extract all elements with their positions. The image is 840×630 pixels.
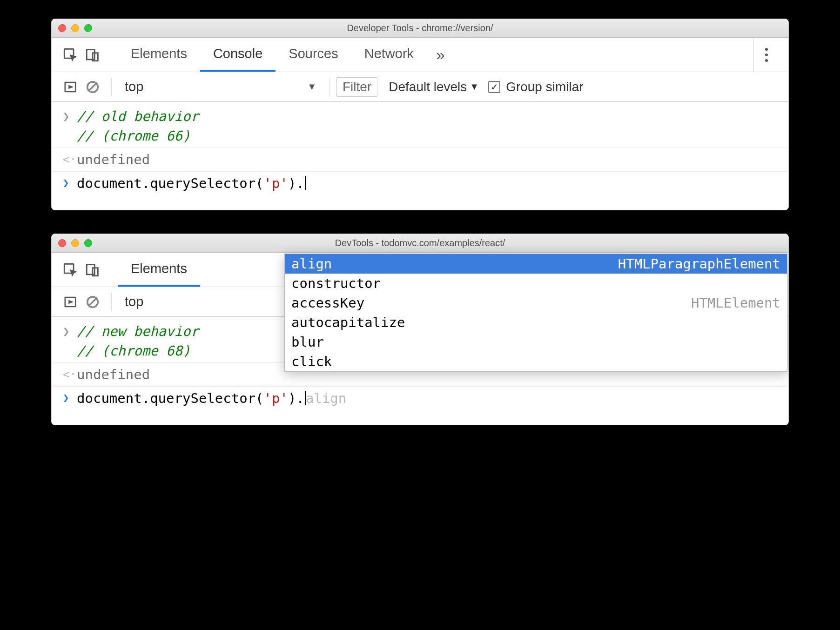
tab-elements[interactable]: Elements (118, 253, 200, 287)
console-toolbar: top ▼ Filter Default levels ▼ ✓ Group si… (52, 72, 788, 102)
panel-tabbar: Elements Console Sources Network » (52, 38, 788, 72)
text-cursor-icon (305, 176, 306, 190)
code-string: 'p' (264, 390, 288, 406)
tab-console[interactable]: Console (200, 38, 276, 72)
console-prompt-row: ❯ document.querySelector('p').align (52, 388, 788, 409)
tab-network[interactable]: Network (351, 38, 427, 72)
context-selector[interactable]: top ▼ (118, 79, 323, 94)
autocomplete-item[interactable]: autocapitalize (285, 313, 787, 332)
devtools-window-new: DevTools - todomvc.com/examples/react/ E… (51, 234, 789, 425)
levels-label: Default levels (389, 80, 467, 94)
console-sidebar-toggle-icon[interactable] (60, 292, 81, 312)
close-icon[interactable] (58, 24, 66, 32)
ac-label: blur (291, 334, 324, 350)
autocomplete-popup: align HTMLParagraphElement constructor a… (284, 254, 787, 372)
filter-input[interactable]: Filter (336, 77, 377, 97)
traffic-lights (58, 24, 92, 32)
input-chevron-icon: ❯ (63, 322, 77, 340)
ac-label: click (291, 354, 332, 369)
ac-hint (753, 334, 780, 350)
autocomplete-item[interactable]: blur (285, 332, 787, 352)
ac-hint: HTMLElement (663, 295, 780, 311)
console-prompt-input[interactable]: document.querySelector('p').align (77, 389, 781, 408)
context-label: top (125, 79, 143, 94)
clear-console-icon[interactable] (82, 292, 103, 312)
context-label: top (125, 294, 143, 309)
minimize-icon[interactable] (71, 24, 79, 32)
titlebar: Developer Tools - chrome://version/ (52, 19, 788, 38)
svg-line-11 (89, 298, 96, 305)
code-comment: // old behavior (77, 108, 199, 124)
ac-label: align (291, 256, 332, 272)
zoom-icon[interactable] (84, 239, 92, 247)
ac-label: autocapitalize (291, 315, 405, 330)
console-result: undefined (77, 150, 781, 169)
ac-hint: HTMLParagraphElement (590, 256, 780, 272)
group-similar-checkbox[interactable]: ✓ (488, 81, 500, 93)
prompt-chevron-icon: ❯ (63, 389, 77, 405)
svg-line-5 (89, 83, 96, 90)
context-selector[interactable]: top (118, 294, 211, 309)
code-comment: // new behavior (77, 323, 199, 339)
settings-menu-button[interactable] (753, 38, 779, 72)
console-prompt-row: ❯ document.querySelector('p'). (52, 173, 788, 194)
inspect-icon[interactable] (60, 45, 81, 65)
clear-console-icon[interactable] (82, 77, 103, 97)
console-input-row: ❯ // old behavior // (chrome 66) (52, 106, 788, 147)
ac-hint (753, 354, 780, 369)
output-chevron-icon: <· (63, 365, 77, 383)
autocomplete-item[interactable]: constructor (285, 274, 787, 293)
prompt-chevron-icon: ❯ (63, 174, 77, 190)
inline-suggestion: align (306, 390, 346, 406)
console-body: ❯ // old behavior // (chrome 66) <· unde… (52, 102, 788, 210)
code-comment: // (chrome 66) (77, 128, 190, 144)
console-code: // old behavior // (chrome 66) (77, 107, 781, 146)
svg-rect-7 (87, 264, 94, 274)
ac-label: constructor (291, 275, 381, 291)
code-text: ). (288, 390, 304, 406)
inspect-icon[interactable] (60, 260, 81, 280)
svg-rect-1 (87, 49, 94, 59)
kebab-icon (765, 48, 768, 62)
log-levels-selector[interactable]: Default levels ▼ (389, 80, 479, 94)
device-toggle-icon[interactable] (82, 260, 103, 280)
ac-hint (753, 315, 780, 330)
code-text: ). (288, 175, 304, 191)
panel-tabs: Elements Console Sources Network » (118, 38, 445, 72)
group-similar-label: Group similar (506, 80, 583, 94)
traffic-lights (58, 239, 92, 247)
window-title: DevTools - todomvc.com/examples/react/ (52, 238, 788, 248)
console-prompt-input[interactable]: document.querySelector('p'). (77, 174, 781, 193)
input-chevron-icon: ❯ (63, 107, 77, 125)
panel-tabs: Elements (118, 253, 200, 287)
device-toggle-icon[interactable] (82, 45, 103, 65)
titlebar: DevTools - todomvc.com/examples/react/ (52, 234, 788, 253)
code-text: document.querySelector( (77, 175, 264, 191)
console-output-row: <· undefined (52, 149, 788, 170)
window-title: Developer Tools - chrome://version/ (52, 23, 788, 34)
dropdown-icon: ▼ (470, 81, 479, 92)
tab-sources[interactable]: Sources (276, 38, 351, 72)
autocomplete-item[interactable]: align HTMLParagraphElement (285, 254, 787, 274)
tab-elements[interactable]: Elements (118, 38, 200, 72)
autocomplete-item[interactable]: click (285, 352, 787, 371)
devtools-window-old: Developer Tools - chrome://version/ Elem… (51, 19, 789, 210)
close-icon[interactable] (58, 239, 66, 247)
ac-label: accessKey (291, 295, 364, 311)
autocomplete-item[interactable]: accessKey HTMLElement (285, 293, 787, 313)
code-text: document.querySelector( (77, 390, 264, 406)
dropdown-icon: ▼ (307, 81, 316, 92)
minimize-icon[interactable] (71, 239, 79, 247)
output-chevron-icon: <· (63, 150, 77, 168)
console-sidebar-toggle-icon[interactable] (60, 77, 81, 97)
zoom-icon[interactable] (84, 24, 92, 32)
ac-hint (753, 275, 780, 291)
more-tabs-icon[interactable]: » (436, 46, 445, 64)
code-string: 'p' (264, 175, 288, 191)
code-comment: // (chrome 68) (77, 343, 190, 359)
